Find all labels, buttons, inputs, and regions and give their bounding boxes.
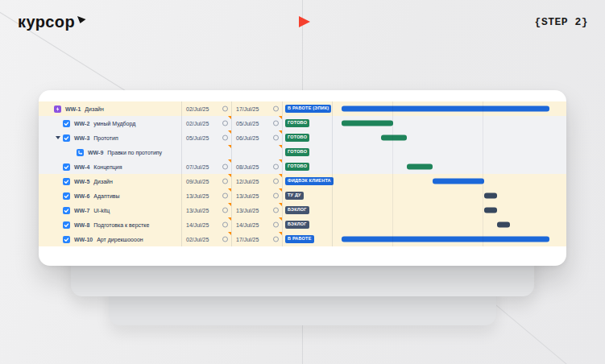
gear-icon[interactable]	[273, 179, 279, 184]
table-row[interactable]: WW-9Правки по прототипуГОТОВО	[39, 145, 566, 159]
status-badge[interactable]: ФИДБЭК КЛИЕНТА	[285, 177, 334, 185]
gear-icon[interactable]	[222, 135, 228, 141]
due-date-cell[interactable]: 17/Jul/25	[231, 101, 282, 116]
task-name-cell[interactable]: WW-6Адаптивы	[39, 188, 181, 203]
status-badge[interactable]: ГОТОВО	[285, 148, 309, 156]
status-badge[interactable]: В РАБОТЕ (ЭПИК)	[285, 105, 331, 113]
status-cell[interactable]: ГОТОВО	[282, 159, 332, 174]
status-badge[interactable]: В РАБОТЕ	[285, 235, 314, 243]
table-row[interactable]: WW-7Ui-kitц13/Jul/2513/Jul/25БЭКЛОГ	[39, 203, 566, 217]
due-date-cell[interactable]: 13/Jul/25	[231, 188, 282, 203]
gantt-bar[interactable]	[407, 164, 433, 170]
gear-icon[interactable]	[273, 208, 279, 213]
gantt-bar[interactable]	[381, 135, 407, 141]
task-key[interactable]: WW-2	[74, 121, 89, 126]
task-name-cell[interactable]: WW-9Правки по прототипу	[39, 145, 181, 159]
task-key[interactable]: WW-9	[88, 150, 103, 155]
task-key[interactable]: WW-7	[74, 208, 89, 213]
gear-icon[interactable]	[222, 193, 228, 199]
task-key[interactable]: WW-5	[74, 179, 89, 184]
table-row[interactable]: WW-6Адаптивы13/Jul/2513/Jul/25ТУ ДУ	[39, 188, 566, 203]
start-date-cell[interactable]: 02/Jul/25	[181, 232, 231, 246]
status-cell[interactable]: В РАБОТЕ	[282, 232, 332, 246]
gantt-bar[interactable]	[342, 106, 549, 112]
table-row[interactable]: WW-1Дизайн02/Jul/2517/Jul/25В РАБОТЕ (ЭП…	[39, 101, 566, 116]
gantt-bar[interactable]	[484, 193, 497, 199]
task-name: Прототип	[93, 135, 118, 141]
task-name-cell[interactable]: WW-1Дизайн	[39, 101, 181, 116]
gantt-bar[interactable]	[484, 208, 497, 213]
table-row[interactable]: WW-3Прототип05/Jul/2506/Jul/25ГОТОВО	[39, 130, 566, 145]
gantt-bar[interactable]	[342, 121, 393, 126]
status-cell[interactable]: БЭКЛОГ	[282, 217, 332, 232]
due-date-cell[interactable]: 17/Jul/25	[231, 232, 282, 246]
table-row[interactable]: WW-5Дизайн09/Jul/2512/Jul/25ФИДБЭК КЛИЕН…	[39, 174, 566, 188]
table-row[interactable]: WW-10Арт дирекшоооон02/Jul/2517/Jul/25В …	[39, 232, 566, 246]
start-date-cell[interactable]: 13/Jul/25	[181, 203, 231, 217]
status-cell[interactable]: ФИДБЭК КЛИЕНТА	[282, 174, 332, 188]
task-name-cell[interactable]: WW-4Концепция	[39, 159, 181, 174]
due-date-cell[interactable]: 13/Jul/25	[231, 203, 282, 217]
status-cell[interactable]: ГОТОВО	[282, 116, 332, 130]
task-key[interactable]: WW-4	[74, 164, 89, 170]
status-cell[interactable]: БЭКЛОГ	[282, 203, 332, 217]
task-name-cell[interactable]: WW-10Арт дирекшоооон	[39, 232, 181, 246]
due-date-cell[interactable]: 12/Jul/25	[231, 174, 282, 188]
gantt-bar[interactable]	[342, 237, 549, 242]
start-date-cell[interactable]	[181, 145, 231, 159]
gear-icon[interactable]	[222, 121, 228, 126]
task-key[interactable]: WW-8	[74, 222, 89, 228]
task-key[interactable]: WW-3	[74, 135, 89, 141]
table-row[interactable]: WW-4Концепция07/Jul/2508/Jul/25ГОТОВО	[39, 159, 566, 174]
gear-icon[interactable]	[222, 106, 228, 112]
table-row[interactable]: WW-8Подготовка к верстке14/Jul/2514/Jul/…	[39, 217, 566, 232]
gear-icon[interactable]	[222, 164, 228, 170]
due-date-cell[interactable]: 14/Jul/25	[231, 217, 282, 232]
task-key[interactable]: WW-1	[65, 106, 81, 112]
gear-icon[interactable]	[273, 193, 279, 199]
task-key[interactable]: WW-10	[74, 237, 93, 242]
start-date-cell[interactable]: 02/Jul/25	[181, 116, 231, 130]
step-indicator: {STEP 2}	[535, 16, 588, 28]
status-badge[interactable]: ГОТОВО	[285, 163, 309, 171]
start-date-cell[interactable]: 05/Jul/25	[181, 130, 231, 145]
status-cell[interactable]: В РАБОТЕ (ЭПИК)	[282, 101, 332, 116]
start-date-cell[interactable]: 09/Jul/25	[181, 174, 231, 188]
status-cell[interactable]: ГОТОВО	[282, 130, 332, 145]
gear-icon[interactable]	[222, 222, 228, 228]
status-cell[interactable]: ГОТОВО	[282, 145, 332, 159]
task-name-cell[interactable]: WW-3Прототип	[39, 130, 181, 145]
status-badge[interactable]: ТУ ДУ	[285, 192, 304, 200]
start-date-cell[interactable]: 02/Jul/25	[181, 101, 231, 116]
start-date-cell[interactable]: 07/Jul/25	[181, 159, 231, 174]
start-date-cell[interactable]: 13/Jul/25	[181, 188, 231, 203]
gear-icon[interactable]	[273, 121, 279, 126]
status-badge[interactable]: БЭКЛОГ	[285, 206, 309, 214]
gear-icon[interactable]	[273, 164, 279, 170]
gear-icon[interactable]	[273, 237, 279, 242]
gear-icon[interactable]	[273, 106, 279, 112]
task-name-cell[interactable]: WW-5Дизайн	[39, 174, 181, 188]
task-name-cell[interactable]: WW-7Ui-kitц	[39, 203, 181, 217]
gear-icon[interactable]	[222, 179, 228, 184]
due-date-cell[interactable]	[231, 145, 282, 159]
gear-icon[interactable]	[273, 135, 279, 141]
due-date-cell[interactable]: 08/Jul/25	[231, 159, 282, 174]
gear-icon[interactable]	[273, 222, 279, 228]
due-date-cell[interactable]: 05/Jul/25	[231, 116, 282, 130]
start-date-cell[interactable]: 14/Jul/25	[181, 217, 231, 232]
task-name-cell[interactable]: WW-2умный Мудборд	[39, 116, 181, 130]
gear-icon[interactable]	[222, 208, 228, 213]
status-cell[interactable]: ТУ ДУ	[282, 188, 332, 203]
due-date-cell[interactable]: 06/Jul/25	[231, 130, 282, 145]
task-name-cell[interactable]: WW-8Подготовка к верстке	[39, 217, 181, 232]
table-row[interactable]: WW-2умный Мудборд02/Jul/2505/Jul/25ГОТОВ…	[39, 116, 566, 130]
chevron-down-icon[interactable]	[56, 136, 60, 139]
gantt-bar[interactable]	[433, 179, 484, 184]
gantt-bar[interactable]	[497, 222, 510, 228]
status-badge[interactable]: ГОТОВО	[285, 119, 309, 127]
task-key[interactable]: WW-6	[74, 193, 89, 199]
gear-icon[interactable]	[222, 237, 228, 242]
status-badge[interactable]: ГОТОВО	[285, 134, 309, 142]
status-badge[interactable]: БЭКЛОГ	[285, 221, 309, 229]
